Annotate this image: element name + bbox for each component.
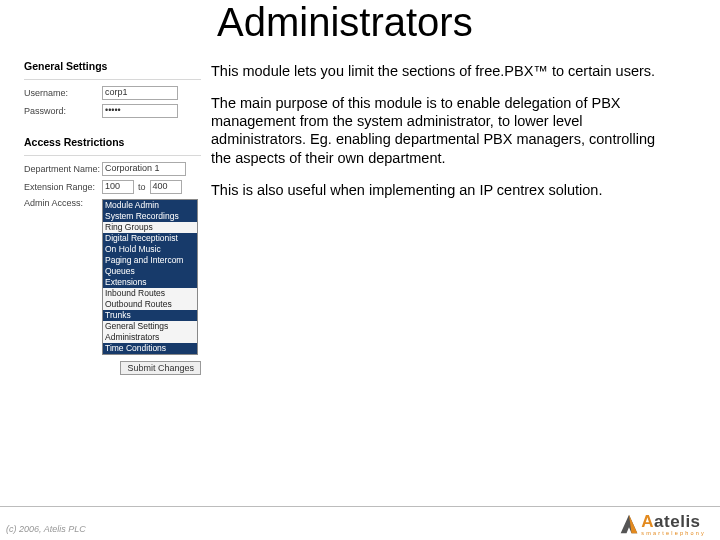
listbox-option[interactable]: General Settings [103, 321, 197, 332]
password-input[interactable]: ••••• [102, 104, 178, 118]
extension-to-input[interactable]: 400 [150, 180, 182, 194]
general-settings-header: General Settings [24, 60, 201, 72]
listbox-option[interactable]: System Recordings [103, 211, 197, 222]
admin-access-listbox[interactable]: Module AdminSystem RecordingsRing Groups… [102, 199, 198, 355]
listbox-option[interactable]: On Hold Music [103, 244, 197, 255]
footer-divider [0, 506, 720, 507]
listbox-option[interactable]: Queues [103, 266, 197, 277]
department-input[interactable]: Corporation 1 [102, 162, 186, 176]
paragraph-1: This module lets you limit the sections … [211, 62, 676, 80]
listbox-option[interactable]: Outbound Routes [103, 299, 197, 310]
paragraph-2: The main purpose of this module is to en… [211, 94, 676, 167]
password-label: Password: [24, 106, 102, 116]
listbox-option[interactable]: Time Conditions [103, 343, 197, 354]
page-title: Administrators [217, 0, 473, 45]
department-row: Department Name: Corporation 1 [24, 162, 201, 176]
username-label: Username: [24, 88, 102, 98]
settings-panel: General Settings Username: corp1 Passwor… [24, 60, 201, 375]
admin-access-row: Admin Access: Module AdminSystem Recordi… [24, 198, 201, 355]
paragraph-3: This is also useful when implementing an… [211, 181, 676, 199]
listbox-option[interactable]: Module Admin [103, 200, 197, 211]
listbox-option[interactable]: Conferences [103, 354, 197, 355]
divider [24, 155, 201, 156]
password-row: Password: ••••• [24, 104, 201, 118]
listbox-option[interactable]: Extensions [103, 277, 197, 288]
listbox-option[interactable]: Ring Groups [103, 222, 197, 233]
copyright-text: (c) 2006, Atelis PLC [6, 524, 86, 534]
admin-access-label: Admin Access: [24, 198, 102, 208]
extension-to-word: to [138, 182, 146, 192]
listbox-option[interactable]: Trunks [103, 310, 197, 321]
atelis-logo: Aatelis smartelephony [619, 513, 706, 537]
footer: (c) 2006, Atelis PLC Aatelis smartelepho… [0, 506, 720, 540]
body-text: This module lets you limit the sections … [211, 62, 676, 213]
logo-tagline: smartelephony [641, 531, 706, 537]
divider [24, 79, 201, 80]
extension-range-label: Extension Range: [24, 182, 102, 192]
username-input[interactable]: corp1 [102, 86, 178, 100]
listbox-option[interactable]: Paging and Intercom [103, 255, 197, 266]
username-row: Username: corp1 [24, 86, 201, 100]
extension-from-input[interactable]: 100 [102, 180, 134, 194]
listbox-option[interactable]: Administrators [103, 332, 197, 343]
listbox-option[interactable]: Inbound Routes [103, 288, 197, 299]
submit-changes-button[interactable]: Submit Changes [120, 361, 201, 375]
logo-mark-icon [619, 513, 639, 535]
listbox-option[interactable]: Digital Receptionist [103, 233, 197, 244]
extension-range-row: Extension Range: 100 to 400 [24, 180, 201, 194]
logo-word: Aatelis [641, 513, 706, 530]
department-label: Department Name: [24, 164, 102, 174]
access-restrictions-header: Access Restrictions [24, 136, 201, 148]
